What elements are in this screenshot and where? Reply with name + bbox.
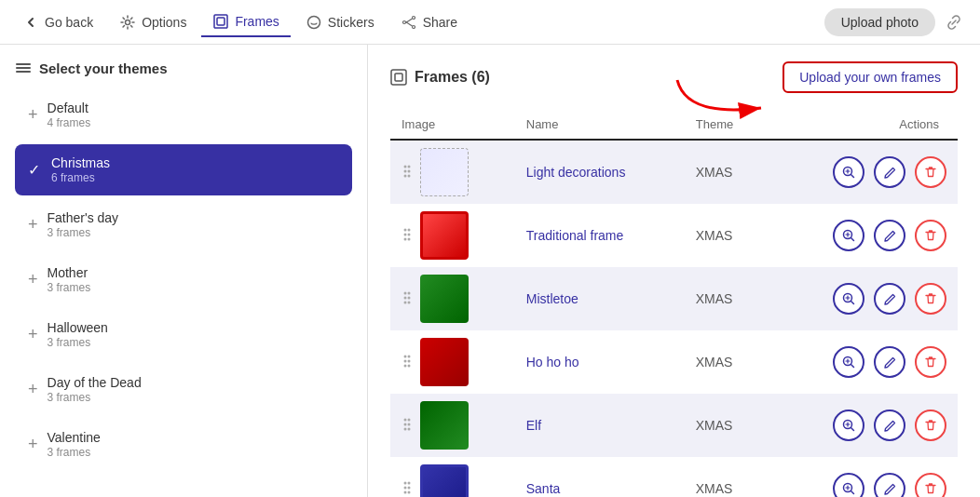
col-name-header: Name bbox=[515, 110, 685, 140]
svg-point-20 bbox=[404, 228, 407, 231]
stickers-nav-button[interactable]: Stickers bbox=[294, 8, 386, 36]
delete-button[interactable] bbox=[915, 410, 946, 441]
upload-own-frames-button[interactable]: Upload your own frames bbox=[783, 61, 958, 93]
sort-handle[interactable] bbox=[402, 352, 413, 373]
zoom-button[interactable] bbox=[833, 283, 864, 315]
edit-button[interactable] bbox=[874, 283, 905, 315]
theme-item-halloween[interactable]: + Halloween 3 frames bbox=[15, 309, 352, 360]
frames-nav-icon bbox=[212, 13, 229, 30]
theme-item-valentine[interactable]: + Valentine 3 frames bbox=[15, 419, 352, 470]
edit-button[interactable] bbox=[874, 410, 905, 441]
frame-image-cell bbox=[390, 394, 515, 457]
frames-nav-button[interactable]: Frames bbox=[201, 7, 290, 37]
sort-handle[interactable] bbox=[402, 478, 413, 498]
svg-rect-11 bbox=[395, 74, 402, 81]
svg-rect-7 bbox=[16, 63, 31, 65]
frames-count-title: Frames (6) bbox=[390, 69, 490, 86]
svg-point-25 bbox=[408, 237, 411, 240]
frame-name-cell: Light decorations bbox=[515, 140, 685, 204]
svg-point-27 bbox=[404, 291, 407, 294]
zoom-button[interactable] bbox=[833, 410, 864, 441]
plus-icon: + bbox=[28, 435, 38, 454]
table-row: MistletoeXMAS bbox=[390, 267, 958, 330]
zoom-button[interactable] bbox=[833, 156, 864, 188]
svg-point-38 bbox=[404, 364, 407, 367]
edit-button[interactable] bbox=[874, 346, 905, 378]
options-button[interactable]: Options bbox=[108, 8, 197, 36]
plus-icon: + bbox=[28, 270, 38, 289]
frame-name-link[interactable]: Light decorations bbox=[526, 165, 626, 180]
svg-point-53 bbox=[408, 490, 411, 493]
frame-thumbnail bbox=[420, 464, 469, 497]
table-row: Ho ho hoXMAS bbox=[390, 330, 958, 394]
frame-actions-cell bbox=[769, 267, 958, 330]
svg-point-46 bbox=[408, 427, 411, 430]
svg-point-21 bbox=[408, 228, 411, 231]
zoom-button[interactable] bbox=[833, 346, 864, 378]
theme-item-fathers-day[interactable]: + Father's day 3 frames bbox=[15, 199, 352, 250]
svg-point-16 bbox=[408, 169, 411, 172]
themes-sidebar: Select your themes + Default 4 frames ✓ … bbox=[0, 45, 368, 497]
upload-photo-button[interactable]: Upload photo bbox=[824, 8, 935, 36]
svg-point-35 bbox=[408, 355, 411, 357]
sort-handle[interactable] bbox=[402, 415, 413, 437]
sort-handle[interactable] bbox=[402, 225, 413, 247]
link-icon[interactable] bbox=[939, 7, 969, 37]
sticker-icon bbox=[306, 14, 322, 31]
go-back-button[interactable]: Go back bbox=[11, 8, 104, 36]
theme-item-mother[interactable]: + Mother 3 frames bbox=[15, 254, 352, 305]
theme-item-christmas[interactable]: ✓ Christmas 6 frames bbox=[15, 144, 352, 195]
delete-button[interactable] bbox=[915, 220, 946, 251]
svg-point-29 bbox=[404, 296, 407, 299]
frame-image-cell bbox=[390, 140, 515, 204]
theme-item-day-of-dead[interactable]: + Day of the Dead 3 frames bbox=[15, 364, 352, 415]
frame-theme-cell: XMAS bbox=[685, 330, 769, 394]
svg-point-45 bbox=[404, 427, 407, 430]
frame-name-cell: Mistletoe bbox=[515, 267, 685, 330]
svg-point-0 bbox=[126, 20, 130, 24]
svg-point-24 bbox=[404, 237, 407, 240]
plus-icon: + bbox=[28, 325, 38, 344]
svg-point-13 bbox=[404, 165, 407, 168]
frame-name-link[interactable]: Mistletoe bbox=[526, 291, 578, 306]
frames-main-content: Frames (6) Upload your own frames Image … bbox=[368, 45, 980, 497]
frame-name-cell: Elf bbox=[515, 394, 685, 457]
frame-name-link[interactable]: Traditional frame bbox=[526, 228, 624, 243]
delete-button[interactable] bbox=[915, 283, 946, 315]
table-row: SantaXMAS bbox=[390, 457, 958, 497]
svg-point-44 bbox=[408, 423, 411, 425]
delete-button[interactable] bbox=[915, 473, 946, 497]
delete-button[interactable] bbox=[915, 346, 946, 378]
frame-thumbnail bbox=[420, 401, 469, 450]
frame-image-cell bbox=[390, 267, 515, 330]
frame-name-cell: Ho ho ho bbox=[515, 330, 685, 394]
svg-point-41 bbox=[404, 418, 407, 421]
frame-thumbnail bbox=[420, 338, 469, 386]
theme-item-default[interactable]: + Default 4 frames bbox=[15, 89, 352, 141]
sort-handle[interactable] bbox=[402, 289, 413, 310]
sort-handle[interactable] bbox=[402, 162, 413, 183]
share-nav-button[interactable]: Share bbox=[389, 8, 469, 36]
frame-name-link[interactable]: Santa bbox=[526, 481, 561, 496]
edit-button[interactable] bbox=[874, 156, 905, 188]
edit-button[interactable] bbox=[874, 473, 905, 497]
svg-point-17 bbox=[404, 174, 407, 177]
svg-point-43 bbox=[404, 423, 407, 425]
frame-name-link[interactable]: Ho ho ho bbox=[526, 355, 579, 369]
frame-name-link[interactable]: Elf bbox=[526, 418, 541, 433]
frame-image-cell bbox=[390, 204, 515, 267]
frames-table: Image Name Theme Actions Light decoratio… bbox=[390, 110, 958, 497]
svg-point-5 bbox=[412, 25, 415, 28]
delete-button[interactable] bbox=[915, 156, 946, 188]
svg-point-49 bbox=[408, 481, 411, 484]
sidebar-title: Select your themes bbox=[15, 60, 352, 76]
plus-icon: + bbox=[28, 380, 38, 399]
zoom-button[interactable] bbox=[833, 220, 864, 251]
svg-point-4 bbox=[412, 16, 415, 19]
frame-theme-cell: XMAS bbox=[685, 204, 769, 267]
svg-point-3 bbox=[307, 16, 320, 28]
svg-point-6 bbox=[402, 20, 405, 23]
zoom-button[interactable] bbox=[833, 473, 864, 497]
edit-button[interactable] bbox=[874, 220, 905, 251]
svg-point-32 bbox=[408, 301, 411, 303]
